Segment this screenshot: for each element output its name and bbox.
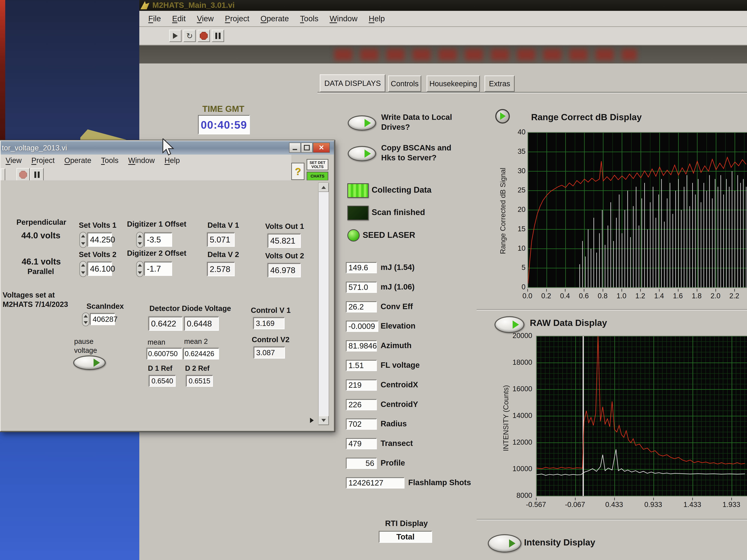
- green-arrow-icon: [500, 112, 506, 120]
- scan-finished-led: [347, 206, 369, 220]
- pause-button[interactable]: [212, 30, 224, 42]
- menu-item-edit[interactable]: Edit: [166, 14, 191, 23]
- scroll-up-button[interactable]: [318, 183, 329, 192]
- copy-bscans-toggle[interactable]: [348, 146, 376, 161]
- run-continuous-button[interactable]: ↻: [183, 30, 196, 42]
- range-db-ytick: 15: [505, 224, 525, 233]
- rti-display-value: Total: [396, 532, 414, 541]
- set-volts-2-spinner[interactable]: [79, 261, 87, 277]
- scroll-down-button[interactable]: [318, 416, 329, 425]
- menu-item-tools[interactable]: Tools: [96, 156, 123, 165]
- detector-window-title: tor_voltage_2013.vi: [1, 144, 67, 152]
- readout-label-fl-voltage: FL voltage: [381, 361, 420, 370]
- menu-item-window[interactable]: Window: [324, 14, 363, 23]
- raw-data-xticks: -0.567-0.0670.4330.9331.4331.933: [536, 498, 747, 511]
- raw-data-ytick: 12000: [506, 438, 532, 447]
- voltages-note-line1: Voltages set at: [3, 291, 55, 299]
- digitizer-2-offset-field[interactable]: -1.7: [144, 262, 172, 276]
- detector-menubar[interactable]: ViewProjectOperateToolsWindowHelp: [1, 155, 291, 166]
- range-db-ytick: 20: [505, 205, 525, 214]
- raw-data-toggle[interactable]: [494, 316, 524, 333]
- digitizer-1-offset-field[interactable]: -3.5: [144, 233, 172, 247]
- menu-item-operate[interactable]: Operate: [255, 14, 294, 23]
- write-data-label: Write Data to Local Drives?: [381, 112, 461, 132]
- stop-octagon-icon: [200, 32, 208, 40]
- stop-octagon-icon: [19, 171, 27, 179]
- raw-data-plot[interactable]: [536, 336, 747, 497]
- panel-arrow-decoration: [310, 418, 314, 423]
- digitizer-1-offset-spinner[interactable]: [136, 232, 144, 248]
- tab-data-displays[interactable]: DATA DISPLAYS: [320, 74, 385, 92]
- toolbar-partial-button: [1, 168, 5, 182]
- set-volts-1-field[interactable]: 44.250: [87, 233, 112, 247]
- readout-value-mj-1-54-: 149.6: [346, 262, 377, 273]
- detector-vertical-scrollbar[interactable]: [318, 183, 329, 425]
- tab-housekeeping[interactable]: Housekeeping: [427, 75, 480, 92]
- range-db-ytick: 25: [505, 186, 525, 194]
- detector-abort-button[interactable]: [17, 168, 30, 182]
- range-db-svg: [528, 133, 747, 288]
- menu-item-view[interactable]: View: [1, 156, 27, 165]
- range-db-plot[interactable]: [527, 132, 747, 288]
- mean-field: 0.600750: [147, 348, 182, 359]
- pause-voltage-toggle[interactable]: [73, 355, 106, 370]
- tab-controls[interactable]: Controls: [388, 75, 421, 92]
- main-menubar[interactable]: FileEditViewProjectOperateToolsWindowHel…: [139, 11, 747, 27]
- maximize-button[interactable]: [301, 142, 313, 153]
- range-db-toggle[interactable]: [495, 109, 510, 124]
- range-db-yticks: 0510152025303540: [507, 132, 526, 287]
- rti-display-label: RTI Display: [385, 519, 428, 528]
- tab-extras[interactable]: Extras: [484, 75, 515, 92]
- range-db-xticks: 0.00.20.40.60.81.01.21.41.61.82.02.2: [527, 289, 747, 302]
- digitizer-2-offset-spinner[interactable]: [136, 261, 144, 277]
- abort-button[interactable]: [198, 30, 210, 42]
- range-db-ytick: 10: [505, 244, 525, 253]
- set-volts-1-label: Set Volts 1: [79, 221, 117, 230]
- raw-data-xtick: -0.067: [564, 501, 586, 509]
- time-gmt-value: 00:40:59: [201, 118, 247, 131]
- raw-data-ytick: 14000: [506, 411, 532, 420]
- menu-item-project[interactable]: Project: [219, 14, 255, 23]
- menu-item-window[interactable]: Window: [123, 156, 159, 165]
- detector-pause-button[interactable]: [30, 168, 44, 182]
- digitizer-1-offset-label: Digitizer 1 Offset: [127, 220, 186, 228]
- perp-volts-value: 44.0 volts: [21, 230, 60, 240]
- range-db-xtick: 2.2: [723, 292, 746, 300]
- detector-diode-voltage-label: Detector Diode Voltage: [149, 304, 231, 313]
- run-button[interactable]: [169, 30, 182, 42]
- chats-button[interactable]: CHATS: [307, 172, 328, 181]
- raw-data-title: RAW Data Display: [530, 318, 607, 328]
- menu-item-project[interactable]: Project: [27, 156, 59, 165]
- scan-index-field[interactable]: 406287: [90, 313, 115, 325]
- delta-v-1-display: 5.071: [207, 233, 235, 247]
- set-volts-1-spinner[interactable]: [79, 232, 87, 248]
- diode-v1-display: 0.6422: [149, 317, 182, 331]
- mean-label: mean: [148, 338, 165, 346]
- loop-arrows-icon: ↻: [186, 31, 193, 41]
- collecting-data-led: [347, 183, 369, 198]
- rti-display-selector[interactable]: Total: [379, 531, 432, 543]
- readout-label-azimuth: Azimuth: [381, 341, 412, 350]
- main-toolbar: ↻: [139, 27, 747, 46]
- set-volts-2-field[interactable]: 46.100: [87, 262, 112, 276]
- menu-item-file[interactable]: File: [143, 14, 166, 23]
- menu-item-operate[interactable]: Operate: [59, 156, 96, 165]
- close-button[interactable]: ✕: [313, 142, 330, 153]
- menu-item-view[interactable]: View: [191, 14, 219, 23]
- help-button[interactable]: ?: [291, 163, 304, 180]
- write-data-toggle[interactable]: [348, 115, 376, 131]
- menu-item-help[interactable]: Help: [363, 14, 390, 23]
- set-det-volts-button[interactable]: SET DET VOLTS: [307, 159, 328, 170]
- detector-voltage-window[interactable]: tor_voltage_2013.vi ✕ ViewProjectOperate…: [0, 140, 335, 432]
- scan-index-spinner[interactable]: [82, 313, 89, 326]
- menu-item-tools[interactable]: Tools: [294, 14, 324, 23]
- volts-out-1-label: Volts Out 1: [265, 222, 304, 231]
- range-db-ytick: 40: [505, 128, 525, 136]
- intensity-display-toggle[interactable]: [488, 534, 521, 553]
- readout-value-profile: 56: [346, 458, 377, 469]
- raw-data-ytick: 18000: [506, 358, 532, 367]
- minimize-button[interactable]: [289, 142, 301, 153]
- d2-ref-label: D 2 Ref: [185, 364, 209, 372]
- time-gmt-label: TIME GMT: [197, 104, 250, 114]
- menu-item-help[interactable]: Help: [160, 156, 185, 165]
